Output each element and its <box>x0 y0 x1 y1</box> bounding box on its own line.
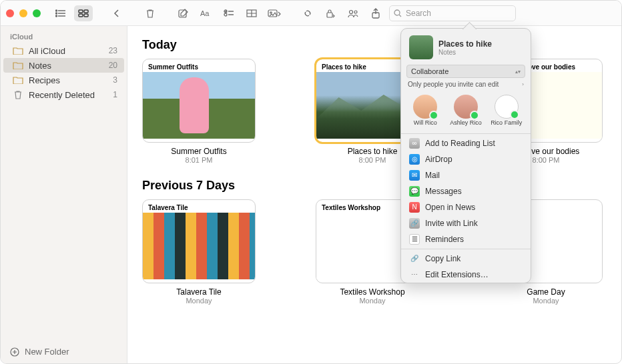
svg-point-22 <box>350 10 353 13</box>
list-view-button[interactable] <box>51 5 70 21</box>
person-name: Rico Family <box>491 120 522 127</box>
share-action-invite-link[interactable]: 🔗 Invite with Link <box>401 215 531 231</box>
link-icon: 🔗 <box>409 218 420 229</box>
messages-badge-icon <box>470 111 479 120</box>
note-thumbnail: Summer Outfits <box>142 59 256 143</box>
back-button[interactable] <box>107 5 126 21</box>
permission-setting[interactable]: Only people you invite can edit › <box>406 81 525 88</box>
action-label: Reminders <box>425 235 464 244</box>
sidebar: iCloud All iCloud 23 Notes 20 Recipes 3 … <box>1 26 127 363</box>
search-field[interactable]: Search <box>389 5 516 21</box>
note-time: Monday <box>316 297 429 305</box>
note-time: 8:01 PM <box>142 156 256 164</box>
svg-rect-8 <box>79 14 83 17</box>
svg-point-4 <box>56 13 57 14</box>
checklist-button[interactable] <box>220 5 238 21</box>
svg-rect-7 <box>84 10 88 13</box>
svg-point-3 <box>56 10 57 11</box>
action-label: Copy Link <box>425 254 460 263</box>
glasses-icon: ∞ <box>409 138 420 149</box>
note-title: Summer Outfits <box>142 147 256 156</box>
sidebar-item-count: 23 <box>109 46 117 55</box>
messages-badge-icon <box>510 110 519 119</box>
note-title: Game Day <box>489 287 603 297</box>
window-controls <box>6 9 41 17</box>
share-popover: Places to hike Notes Collaborate ▴▾ Only… <box>400 28 531 283</box>
avatar <box>413 95 437 119</box>
sidebar-item-count: 1 <box>113 90 117 99</box>
reminders-icon: ☰ <box>409 234 420 245</box>
share-action-mail[interactable]: ✉ Mail <box>401 167 531 183</box>
collaborate-mode-select[interactable]: Collaborate ▴▾ <box>406 65 525 78</box>
share-people-row: Will Rico Ashley Rico Rico Family <box>401 92 531 132</box>
note-thumb-header: Talavera Tile <box>143 200 255 213</box>
new-note-button[interactable] <box>174 5 193 21</box>
share-button[interactable] <box>366 5 385 21</box>
zoom-window-button[interactable] <box>33 9 41 17</box>
person-name: Will Rico <box>414 120 437 127</box>
mail-icon: ✉ <box>409 170 420 181</box>
updown-chevron-icon: ▴▾ <box>515 69 521 75</box>
media-button[interactable] <box>265 5 284 21</box>
note-time: Monday <box>489 297 603 305</box>
share-action-airdrop[interactable]: ◎ AirDrop <box>401 151 531 167</box>
share-person[interactable]: Will Rico <box>407 95 443 127</box>
messages-icon: 💬 <box>409 186 420 197</box>
new-folder-button[interactable]: New Folder <box>1 340 127 363</box>
svg-point-20 <box>270 11 272 13</box>
person-name: Ashley Rico <box>450 120 482 127</box>
svg-point-15 <box>224 13 227 16</box>
collaborate-button[interactable] <box>344 5 362 21</box>
chevron-right-icon: › <box>522 81 524 87</box>
sidebar-section-header: iCloud <box>1 26 127 43</box>
table-button[interactable] <box>242 5 261 21</box>
svg-line-26 <box>399 15 401 17</box>
sidebar-item-label: All iCloud <box>29 46 65 56</box>
lock-button[interactable] <box>321 5 340 21</box>
popover-title: Places to hike <box>438 39 492 49</box>
action-label: AirDrop <box>425 155 452 164</box>
sidebar-item-count: 20 <box>109 61 117 70</box>
folder-icon <box>13 75 23 85</box>
action-label: Invite with Link <box>425 219 478 228</box>
avatar <box>495 95 519 119</box>
news-icon: N <box>409 202 420 213</box>
collaborate-mode-label: Collaborate <box>411 67 448 75</box>
note-card[interactable]: Talavera Tile Talavera Tile Monday <box>142 199 256 305</box>
sidebar-item-notes[interactable]: Notes 20 <box>3 58 124 73</box>
gallery-view-button[interactable] <box>74 5 93 21</box>
popover-header: Places to hike Notes <box>401 29 531 65</box>
share-action-messages[interactable]: 💬 Messages <box>401 183 531 199</box>
note-time: Monday <box>142 297 256 305</box>
note-card[interactable]: Summer Outfits Summer Outfits 8:01 PM <box>142 59 256 164</box>
popover-note-thumb <box>409 35 433 59</box>
share-action-news[interactable]: N Open in News <box>401 199 531 215</box>
svg-rect-9 <box>84 14 88 17</box>
sidebar-item-label: Recipes <box>29 75 60 85</box>
trash-icon <box>13 89 23 100</box>
folder-icon <box>13 60 23 71</box>
avatar <box>454 95 478 119</box>
content-area: Today Summer Outfits Summer Outfits 8:01… <box>127 26 621 363</box>
share-person[interactable]: Rico Family <box>489 95 525 127</box>
sidebar-item-recently-deleted[interactable]: Recently Deleted 1 <box>3 87 124 102</box>
sidebar-item-all-icloud[interactable]: All iCloud 23 <box>3 43 124 58</box>
today-grid: Summer Outfits Summer Outfits 8:01 PM Pl… <box>142 59 607 164</box>
action-label: Messages <box>425 187 462 196</box>
svg-rect-21 <box>327 13 332 17</box>
share-action-reading-list[interactable]: ∞ Add to Reading List <box>401 135 531 151</box>
link-button[interactable] <box>298 5 317 21</box>
share-action-reminders[interactable]: ☰ Reminders <box>401 231 531 247</box>
share-person[interactable]: Ashley Rico <box>448 95 484 127</box>
sidebar-item-recipes[interactable]: Recipes 3 <box>3 73 124 87</box>
minimize-window-button[interactable] <box>19 9 27 17</box>
delete-button[interactable] <box>141 5 160 21</box>
close-window-button[interactable] <box>6 9 14 17</box>
note-title: Talavera Tile <box>142 287 256 297</box>
action-label: Open in News <box>425 203 475 212</box>
share-action-edit-extensions[interactable]: ⋯ Edit Extensions… <box>401 267 531 283</box>
svg-point-25 <box>394 10 400 15</box>
format-button[interactable]: Aa <box>197 5 216 21</box>
share-action-copy-link[interactable]: 🔗 Copy Link <box>401 251 531 267</box>
new-folder-label: New Folder <box>25 347 69 357</box>
